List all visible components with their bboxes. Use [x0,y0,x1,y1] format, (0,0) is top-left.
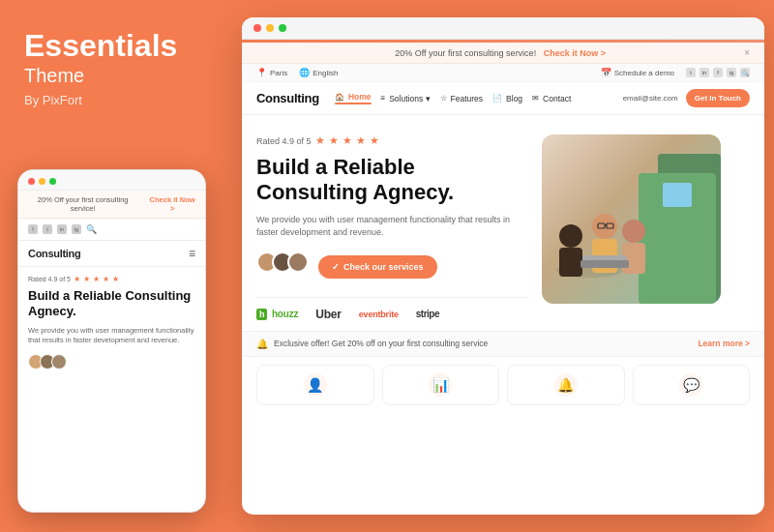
mobile-logo-row: Consulting ≡ [18,241,205,267]
mobile-avatar-3 [51,354,67,369]
dot-yellow [39,178,45,185]
hero-star-2: ★ [329,134,339,147]
hero-star-1: ★ [315,134,325,147]
star-5: ★ [112,275,119,283]
hero-bg [542,134,721,304]
browser-dot-yellow [266,24,274,32]
mobile-instagram-icon: ig [72,224,81,234]
mobile-nav-icons: f t in ig 🔍 [28,224,97,234]
hero-title: Build a Reliable Consulting Agnecy. [256,155,527,206]
search-nav-icon[interactable]: 🔍 [740,68,750,77]
mobile-announcement-bar: 20% Off your first consulting service! C… [18,191,205,219]
nav-email: email@site.com [623,94,678,103]
star-1: ★ [74,275,80,283]
bell-icon: 🔔 [557,377,574,393]
schedule-demo[interactable]: 📅 Schedule a demo [601,68,674,77]
service-icon-3: 🔔 [554,373,578,397]
instagram-icon[interactable]: ig [727,68,736,77]
svg-point-4 [559,224,582,248]
mobile-rating: Rated 4.9 of 5 ★ ★ ★ ★ ★ [28,275,195,283]
mobile-facebook-icon: f [28,224,38,234]
hero-image-area [542,134,735,321]
location-bar: 📍 Paris 🌐 English 📅 Schedule a demo t in… [242,64,764,82]
mobile-linkedin-icon: in [57,224,67,234]
nav-home-label: Home [348,92,372,102]
blog-icon: 📄 [492,94,502,103]
service-card-1: 👤 [256,365,374,405]
brand-by: By PixFort [24,93,208,107]
contact-icon: ✉ [532,94,539,103]
location-city: 📍 Paris [256,68,287,77]
mobile-top-dots [18,170,205,191]
nav-active-underline [335,103,372,104]
announcement-bar: 20% Off your first consulting service! C… [242,43,764,64]
promo-left: 🔔 Exclusive offer! Get 20% off on your f… [256,339,488,349]
nav-blog[interactable]: 📄 Blog [492,94,522,103]
home-icon: 🏠 [335,93,344,102]
mobile-twitter-icon: t [43,224,52,234]
get-in-touch-button[interactable]: Get In Touch [686,89,750,107]
service-icon-2: 📊 [429,373,452,397]
star-4: ★ [103,275,109,283]
houzz-label: houzz [272,309,298,319]
user-plus-icon: 👤 [307,377,323,393]
hero-avatars [256,251,309,273]
promo-icon: 🔔 [256,339,268,349]
rating-text: Rated 4.9 of 5 [256,136,312,146]
announcement-link[interactable]: Check it Now > [544,48,606,58]
mobile-nav: f t in ig 🔍 [18,219,205,241]
announcement-close-icon[interactable]: × [744,47,750,58]
check-icon: ✓ [332,262,340,272]
browser-chrome [242,17,764,40]
language-label: English [313,69,338,77]
mobile-hero-title: Build a Reliable Consulting Agnecy. [28,288,195,320]
service-card-3: 🔔 [507,365,625,405]
mobile-hero-desc: We provide you with user management func… [28,326,195,346]
nav-solutions[interactable]: ≡ Solutions ▾ [381,94,431,103]
hero-section: Rated 4.9 of 5 ★ ★ ★ ★ ★ Build a Reliabl… [242,115,764,331]
stripe-logo: stripe [416,309,439,319]
browser-dot-red [253,24,261,32]
mobile-search-icon[interactable]: 🔍 [86,224,97,234]
hero-image [542,134,721,304]
services-row: 👤 📊 🔔 💬 [242,356,764,413]
mobile-content: Rated 4.9 of 5 ★ ★ ★ ★ ★ Build a Reliabl… [18,267,205,383]
twitter-icon[interactable]: t [686,68,696,77]
service-icon-4: 💬 [679,373,702,397]
check-services-button[interactable]: ✓ Check our services [318,255,437,279]
hero-title-line1: Build a Reliable [256,155,415,179]
star-2: ★ [83,275,90,283]
facebook-icon[interactable]: f [713,68,723,77]
nav-home[interactable]: 🏠 Home [335,92,372,104]
globe-icon: 🌐 [299,68,310,77]
eventbrite-logo: eventbrite [359,310,399,319]
hero-avatars-cta-row: ✓ Check our services [256,251,527,282]
mobile-logo: Consulting [28,248,80,259]
nav-contact[interactable]: ✉ Contact [532,94,571,103]
left-panel: Essentials Theme By PixFort 20% Off your… [0,0,232,532]
promo-bar: 🔔 Exclusive offer! Get 20% off on your f… [242,331,764,356]
promo-text: Exclusive offer! Get 20% off on your fir… [274,339,488,348]
hero-illustration [542,134,721,304]
promo-link[interactable]: Learn more > [698,339,750,348]
svg-point-11 [622,220,645,243]
message-icon: 💬 [683,377,700,393]
schedule-label: Schedule a demo [614,69,674,77]
nav-link-icon-home: 🏠 Home [335,92,372,102]
calendar-icon: 📅 [601,68,611,77]
hero-star-4: ★ [356,134,366,147]
houzz-icon: h [256,309,267,320]
desktop-mockup: 20% Off your first consulting service! C… [242,17,764,515]
mobile-hamburger-icon[interactable]: ≡ [189,247,195,260]
linkedin-icon[interactable]: in [700,68,709,77]
browser-dot-green [279,24,286,32]
star-nav-icon: ☆ [440,94,447,103]
hero-rating: Rated 4.9 of 5 ★ ★ ★ ★ ★ [256,134,527,147]
svg-rect-2 [663,183,692,207]
service-card-4: 💬 [633,365,751,405]
nav-features[interactable]: ☆ Features [440,94,484,103]
service-card-2: 📊 [382,365,500,405]
mobile-banner-link[interactable]: Check it Now > [147,195,197,213]
brand-title: Essentials [24,29,208,63]
hero-title-line2: Consulting Agnecy. [256,180,454,204]
